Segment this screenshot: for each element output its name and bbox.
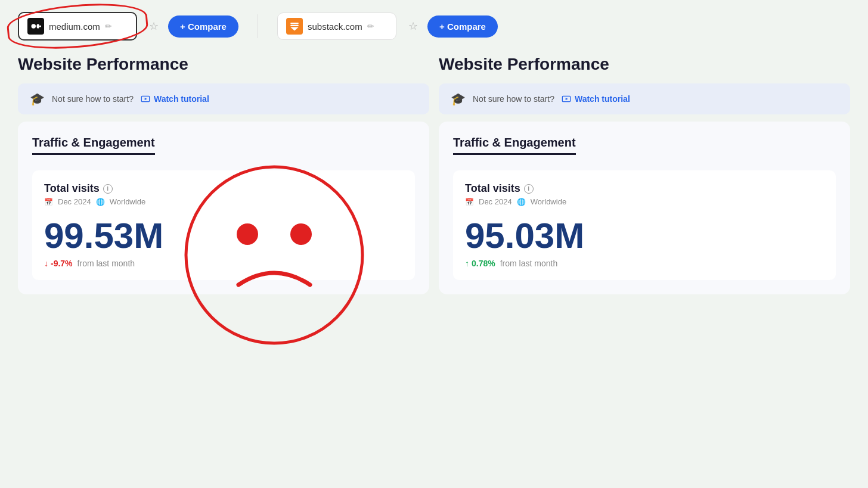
- left-edit-icon[interactable]: ✏: [105, 21, 112, 31]
- left-star-icon[interactable]: ☆: [149, 20, 159, 33]
- svg-rect-4: [290, 25, 299, 26]
- left-compare-button[interactable]: + Compare: [168, 15, 238, 38]
- left-cal-icon: 📅: [44, 198, 53, 206]
- right-change-suffix: from last month: [500, 259, 557, 268]
- left-change-arrow: ↓: [44, 259, 48, 268]
- left-watch-tutorial-link[interactable]: Watch tutorial: [141, 94, 209, 104]
- right-globe-icon: 🌐: [517, 198, 526, 206]
- right-column: Website Performance 🎓 Not sure how to st…: [439, 55, 850, 294]
- svg-marker-5: [290, 27, 299, 31]
- left-change: ↓ -9.7% from last month: [44, 259, 403, 268]
- svg-point-1: [37, 24, 40, 29]
- right-star-icon[interactable]: ☆: [408, 20, 418, 33]
- left-region: Worldwide: [110, 197, 145, 206]
- left-metric-sub: 📅 Dec 2024 🌐 Worldwide: [44, 197, 403, 206]
- right-section-title: Website Performance: [439, 55, 850, 74]
- right-metric-sub: 📅 Dec 2024 🌐 Worldwide: [465, 197, 824, 206]
- medium-logo: [27, 18, 44, 35]
- right-watch-label: Watch tutorial: [575, 94, 630, 104]
- left-globe-icon: 🌐: [96, 198, 105, 206]
- left-change-suffix: from last month: [78, 259, 135, 268]
- right-banner-icon: 🎓: [451, 92, 466, 106]
- right-compare-label: + Compare: [439, 21, 486, 32]
- right-change-arrow: ↑: [465, 259, 469, 268]
- right-region: Worldwide: [531, 197, 566, 206]
- right-site-selector[interactable]: substack.com ✏: [277, 13, 396, 40]
- right-card-header: Traffic & Engagement: [453, 136, 576, 155]
- left-banner-text: Not sure how to start?: [52, 94, 134, 104]
- right-watch-tutorial-link[interactable]: Watch tutorial: [562, 94, 630, 104]
- right-info-banner: 🎓 Not sure how to start? Watch tutorial: [439, 83, 850, 114]
- svg-point-0: [32, 24, 36, 29]
- left-column: Website Performance 🎓 Not sure how to st…: [18, 55, 429, 294]
- svg-marker-7: [145, 98, 147, 100]
- left-site-name: medium.com: [49, 21, 100, 32]
- left-section-title: Website Performance: [18, 55, 429, 74]
- right-change: ↑ 0.78% from last month: [465, 259, 824, 268]
- right-big-number: 95.03M: [465, 218, 824, 254]
- left-site-selector[interactable]: medium.com ✏: [18, 12, 137, 41]
- left-info-icon[interactable]: i: [103, 184, 113, 194]
- right-compare-button[interactable]: + Compare: [427, 15, 498, 38]
- left-big-number: 99.53M: [44, 218, 403, 254]
- left-compare-label: + Compare: [180, 21, 227, 32]
- svg-rect-3: [290, 23, 299, 24]
- right-date: Dec 2024: [479, 197, 512, 206]
- right-cal-icon: 📅: [465, 198, 474, 206]
- right-banner-text: Not sure how to start?: [473, 94, 554, 104]
- right-metric-label: Total visits i: [465, 182, 824, 195]
- right-info-icon[interactable]: i: [524, 184, 534, 194]
- svg-point-2: [39, 26, 41, 27]
- right-change-value: 0.78%: [472, 259, 495, 268]
- substack-logo: [286, 18, 303, 35]
- left-metric-label: Total visits i: [44, 182, 403, 195]
- left-info-banner: 🎓 Not sure how to start? Watch tutorial: [18, 83, 429, 114]
- left-banner-icon: 🎓: [30, 92, 45, 106]
- left-card-header: Traffic & Engagement: [32, 136, 155, 155]
- left-watch-label: Watch tutorial: [154, 94, 209, 104]
- svg-marker-9: [566, 98, 568, 100]
- right-traffic-card: Traffic & Engagement Total visits i 📅 De…: [439, 122, 850, 294]
- right-site-name: substack.com: [308, 21, 362, 32]
- left-change-value: -9.7%: [51, 259, 73, 268]
- column-divider: [258, 14, 258, 38]
- left-date: Dec 2024: [58, 197, 91, 206]
- right-edit-icon[interactable]: ✏: [367, 21, 374, 31]
- left-traffic-card: Traffic & Engagement Total visits i 📅 De…: [18, 122, 429, 294]
